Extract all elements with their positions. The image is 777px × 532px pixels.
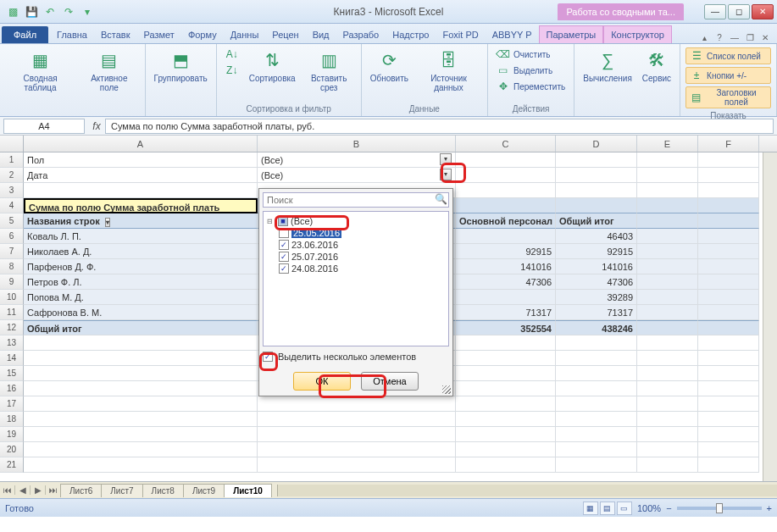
cell[interactable]: 92915	[456, 244, 556, 259]
tab-formulas[interactable]: Форму	[181, 26, 224, 43]
tab-review[interactable]: Рецен	[265, 26, 305, 43]
cell[interactable]: Названия строк▾	[24, 213, 258, 229]
checkbox-checked-icon[interactable]: ✓	[279, 263, 289, 274]
tab-view[interactable]: Вид	[306, 26, 336, 43]
multi-select-row[interactable]: ✓ Выделить несколько элементов	[259, 346, 452, 367]
sheet-tab[interactable]: Лист6	[60, 484, 102, 497]
tab-pivot-design[interactable]: Конструктор	[603, 25, 672, 43]
filter-search[interactable]: 🔍	[263, 192, 449, 208]
cell[interactable]: Дата	[24, 168, 258, 183]
help-icon[interactable]: ?	[713, 31, 726, 43]
cell[interactable]: 46403	[556, 229, 637, 244]
sheet-tab[interactable]: Лист7	[101, 484, 142, 497]
cell[interactable]: Общий итог	[556, 213, 637, 229]
cell[interactable]: 141016	[456, 259, 556, 274]
active-field-button[interactable]: ▤Активное поле	[79, 47, 139, 94]
name-box[interactable]: A4	[3, 119, 85, 134]
col-header-d[interactable]: D	[556, 136, 637, 152]
row-header[interactable]: 1	[0, 152, 24, 168]
sheet-tab-active[interactable]: Лист10	[224, 484, 272, 497]
row-header[interactable]: 20	[0, 442, 24, 457]
refresh-button[interactable]: ⟳Обновить	[367, 47, 412, 85]
zoom-slider[interactable]	[677, 507, 762, 510]
row-header[interactable]: 11	[0, 305, 24, 320]
cancel-button[interactable]: Отмена	[361, 372, 419, 391]
cell[interactable]: Основной персонал	[456, 213, 556, 229]
tab-developer[interactable]: Разрабо	[336, 26, 386, 43]
checkbox-checked-icon[interactable]: ✓	[263, 352, 273, 362]
filter-item[interactable]: ✓25.07.2016	[267, 251, 445, 263]
search-icon[interactable]: 🔍	[433, 193, 448, 207]
select-button[interactable]: ▭Выделить	[493, 63, 569, 78]
formula-input[interactable]: Сумма по полю Сумма заработной платы, ру…	[105, 119, 774, 134]
view-normal-icon[interactable]: ▦	[583, 502, 598, 515]
cell[interactable]: 438246	[556, 320, 637, 335]
filter-item[interactable]: 25.05.2016	[267, 227, 445, 239]
field-list-button[interactable]: ☰Список полей	[685, 47, 771, 64]
cell[interactable]: 71317	[556, 305, 637, 320]
tools-button[interactable]: 🛠Сервис	[639, 47, 674, 85]
cell[interactable]: Пол	[24, 152, 258, 168]
col-header-b[interactable]: B	[258, 136, 456, 152]
cell[interactable]: 352554	[456, 320, 556, 335]
ribbon-minimize-icon[interactable]: ▴	[697, 31, 711, 43]
row-header[interactable]: 9	[0, 274, 24, 290]
clear-button[interactable]: ⌫Очистить	[493, 47, 569, 62]
row-header[interactable]: 15	[0, 366, 24, 381]
row-header[interactable]: 7	[0, 244, 24, 259]
cell[interactable]: Николаев А. Д.	[24, 244, 258, 259]
insert-slicer-button[interactable]: ▥Вставить срез	[302, 47, 356, 94]
row-header[interactable]: 3	[0, 183, 24, 198]
resize-handle-icon[interactable]	[442, 385, 451, 394]
col-header-e[interactable]: E	[637, 136, 698, 152]
horizontal-scrollbar[interactable]	[277, 485, 777, 496]
zoom-out-icon[interactable]: −	[666, 503, 671, 513]
row-header[interactable]: 17	[0, 396, 24, 412]
doc-close-icon[interactable]: ✕	[758, 31, 772, 43]
row-header[interactable]: 2	[0, 168, 24, 183]
row-header[interactable]: 5	[0, 213, 24, 229]
sheet-nav-prev-icon[interactable]: ◀	[15, 485, 31, 495]
cell[interactable]: (Все)▾	[258, 152, 456, 168]
row-header[interactable]: 4	[0, 198, 24, 213]
col-header-c[interactable]: C	[456, 136, 556, 152]
cell[interactable]: 39289	[556, 290, 637, 305]
row-header[interactable]: 21	[0, 457, 24, 473]
row-header[interactable]: 18	[0, 412, 24, 427]
tab-layout[interactable]: Размет	[137, 26, 181, 43]
row-header[interactable]: 19	[0, 427, 24, 442]
tab-home[interactable]: Главна	[50, 26, 94, 43]
filter-item[interactable]: ✓24.08.2016	[267, 263, 445, 274]
cell[interactable]: Петров Ф. Л.	[24, 274, 258, 290]
sheet-nav-next-icon[interactable]: ▶	[31, 485, 46, 495]
cell[interactable]: Коваль Л. П.	[24, 229, 258, 244]
row-header[interactable]: 16	[0, 381, 24, 396]
save-icon[interactable]: 💾	[24, 4, 39, 19]
cell[interactable]: 141016	[556, 259, 637, 274]
pivot-table-button[interactable]: ▦Сводная таблица	[5, 47, 75, 94]
tab-abbyy[interactable]: ABBYY P	[486, 26, 539, 43]
filter-dropdown-icon[interactable]: ▾	[440, 153, 452, 165]
cell[interactable]: 92915	[556, 244, 637, 259]
tab-data[interactable]: Данны	[224, 26, 266, 43]
buttons-toggle[interactable]: ±Кнопки +/-	[685, 67, 771, 84]
calculations-button[interactable]: ∑Вычисления	[580, 47, 635, 85]
sheet-tab[interactable]: Лист9	[183, 484, 225, 497]
ok-button[interactable]: ОК	[293, 372, 351, 391]
tab-addins[interactable]: Надстро	[386, 26, 436, 43]
data-source-button[interactable]: 🗄Источник данных	[415, 47, 482, 94]
qat-dropdown-icon[interactable]: ▾	[80, 4, 95, 19]
move-button[interactable]: ✥Переместить	[493, 79, 569, 94]
vertical-scrollbar[interactable]	[763, 152, 777, 481]
row-header[interactable]: 10	[0, 290, 24, 305]
sort-asc-button[interactable]: A↓	[222, 47, 242, 62]
redo-icon[interactable]: ↷	[61, 4, 76, 19]
cell[interactable]: Парфенов Д. Ф.	[24, 259, 258, 274]
cell[interactable]: Общий итог	[24, 320, 258, 335]
filter-item[interactable]: ✓23.06.2016	[267, 239, 445, 251]
file-tab[interactable]: Файл	[2, 26, 48, 43]
zoom-in-icon[interactable]: +	[767, 503, 772, 513]
row-header[interactable]: 12	[0, 320, 24, 335]
sheet-tab[interactable]: Лист8	[142, 484, 184, 497]
field-headers-button[interactable]: ▤Заголовки полей	[685, 86, 771, 108]
